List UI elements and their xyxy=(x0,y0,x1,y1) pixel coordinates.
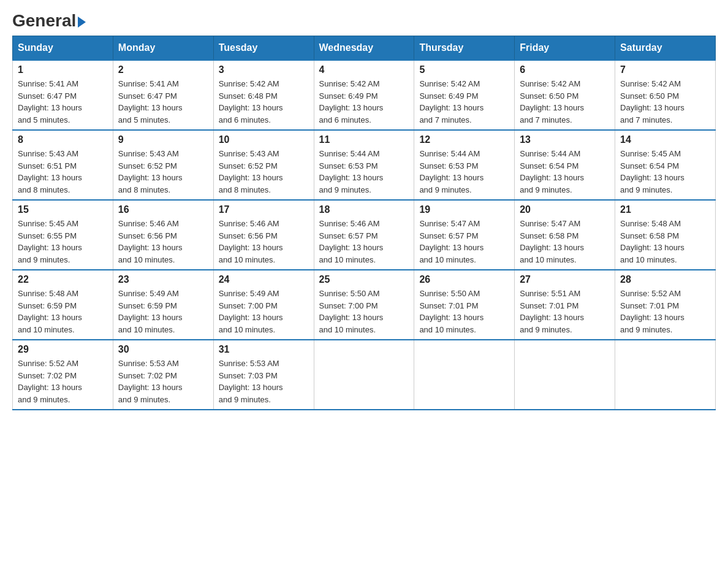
day-info: Sunrise: 5:42 AM Sunset: 6:50 PM Dayligh… xyxy=(520,79,584,124)
calendar-cell: 7 Sunrise: 5:42 AM Sunset: 6:50 PM Dayli… xyxy=(615,60,716,130)
calendar-cell: 19 Sunrise: 5:47 AM Sunset: 6:57 PM Dayl… xyxy=(414,200,515,270)
day-number: 1 xyxy=(18,64,108,75)
day-info: Sunrise: 5:50 AM Sunset: 7:01 PM Dayligh… xyxy=(419,289,483,334)
calendar-cell: 26 Sunrise: 5:50 AM Sunset: 7:01 PM Dayl… xyxy=(414,270,515,340)
day-number: 8 xyxy=(18,134,108,145)
day-number: 5 xyxy=(419,64,509,75)
calendar-week-row: 22 Sunrise: 5:48 AM Sunset: 6:59 PM Dayl… xyxy=(13,270,716,340)
day-info: Sunrise: 5:46 AM Sunset: 6:56 PM Dayligh… xyxy=(219,219,283,264)
day-number: 12 xyxy=(419,134,509,145)
calendar-cell: 6 Sunrise: 5:42 AM Sunset: 6:50 PM Dayli… xyxy=(515,60,615,130)
column-header-sunday: Sunday xyxy=(13,36,113,61)
calendar-cell: 12 Sunrise: 5:44 AM Sunset: 6:53 PM Dayl… xyxy=(414,130,515,200)
day-number: 17 xyxy=(219,204,309,215)
calendar-header-row: SundayMondayTuesdayWednesdayThursdayFrid… xyxy=(13,36,716,61)
column-header-monday: Monday xyxy=(113,36,213,61)
calendar-cell: 27 Sunrise: 5:51 AM Sunset: 7:01 PM Dayl… xyxy=(515,270,615,340)
calendar-cell: 11 Sunrise: 5:44 AM Sunset: 6:53 PM Dayl… xyxy=(314,130,414,200)
calendar-week-row: 15 Sunrise: 5:45 AM Sunset: 6:55 PM Dayl… xyxy=(13,200,716,270)
day-number: 23 xyxy=(118,274,208,285)
day-info: Sunrise: 5:42 AM Sunset: 6:49 PM Dayligh… xyxy=(419,79,483,124)
day-info: Sunrise: 5:52 AM Sunset: 7:01 PM Dayligh… xyxy=(620,289,684,334)
day-number: 9 xyxy=(118,134,208,145)
page-header: General xyxy=(12,12,716,29)
day-info: Sunrise: 5:41 AM Sunset: 6:47 PM Dayligh… xyxy=(118,79,183,124)
logo-general: General xyxy=(12,12,86,29)
day-info: Sunrise: 5:50 AM Sunset: 7:00 PM Dayligh… xyxy=(319,289,384,334)
calendar-cell xyxy=(515,340,615,410)
day-info: Sunrise: 5:47 AM Sunset: 6:57 PM Dayligh… xyxy=(419,219,483,264)
day-number: 26 xyxy=(419,274,509,285)
calendar-cell: 17 Sunrise: 5:46 AM Sunset: 6:56 PM Dayl… xyxy=(213,200,314,270)
day-info: Sunrise: 5:42 AM Sunset: 6:48 PM Dayligh… xyxy=(219,79,283,124)
calendar-cell: 31 Sunrise: 5:53 AM Sunset: 7:03 PM Dayl… xyxy=(213,340,314,410)
day-number: 14 xyxy=(620,134,710,145)
calendar-week-row: 29 Sunrise: 5:52 AM Sunset: 7:02 PM Dayl… xyxy=(13,340,716,410)
column-header-wednesday: Wednesday xyxy=(314,36,414,61)
day-info: Sunrise: 5:47 AM Sunset: 6:58 PM Dayligh… xyxy=(520,219,584,264)
day-info: Sunrise: 5:53 AM Sunset: 7:03 PM Dayligh… xyxy=(219,359,283,404)
day-number: 19 xyxy=(419,204,509,215)
day-number: 24 xyxy=(219,274,309,285)
day-number: 3 xyxy=(219,64,309,75)
day-info: Sunrise: 5:49 AM Sunset: 7:00 PM Dayligh… xyxy=(219,289,283,334)
calendar-cell: 5 Sunrise: 5:42 AM Sunset: 6:49 PM Dayli… xyxy=(414,60,515,130)
calendar-week-row: 1 Sunrise: 5:41 AM Sunset: 6:47 PM Dayli… xyxy=(13,60,716,130)
day-info: Sunrise: 5:43 AM Sunset: 6:52 PM Dayligh… xyxy=(219,149,283,194)
day-number: 22 xyxy=(18,274,108,285)
day-info: Sunrise: 5:53 AM Sunset: 7:02 PM Dayligh… xyxy=(118,359,183,404)
column-header-saturday: Saturday xyxy=(615,36,716,61)
calendar-cell: 3 Sunrise: 5:42 AM Sunset: 6:48 PM Dayli… xyxy=(213,60,314,130)
day-info: Sunrise: 5:51 AM Sunset: 7:01 PM Dayligh… xyxy=(520,289,584,334)
calendar-table: SundayMondayTuesdayWednesdayThursdayFrid… xyxy=(12,36,716,410)
day-number: 25 xyxy=(319,274,409,285)
calendar-cell: 8 Sunrise: 5:43 AM Sunset: 6:51 PM Dayli… xyxy=(13,130,113,200)
day-number: 4 xyxy=(319,64,409,75)
calendar-week-row: 8 Sunrise: 5:43 AM Sunset: 6:51 PM Dayli… xyxy=(13,130,716,200)
day-info: Sunrise: 5:44 AM Sunset: 6:54 PM Dayligh… xyxy=(520,149,584,194)
calendar-cell xyxy=(314,340,414,410)
day-info: Sunrise: 5:49 AM Sunset: 6:59 PM Dayligh… xyxy=(118,289,183,334)
day-number: 16 xyxy=(118,204,208,215)
day-number: 31 xyxy=(219,344,309,355)
day-info: Sunrise: 5:48 AM Sunset: 6:58 PM Dayligh… xyxy=(620,219,684,264)
calendar-cell: 28 Sunrise: 5:52 AM Sunset: 7:01 PM Dayl… xyxy=(615,270,716,340)
day-info: Sunrise: 5:42 AM Sunset: 6:49 PM Dayligh… xyxy=(319,79,384,124)
calendar-cell: 9 Sunrise: 5:43 AM Sunset: 6:52 PM Dayli… xyxy=(113,130,213,200)
day-number: 28 xyxy=(620,274,710,285)
day-info: Sunrise: 5:45 AM Sunset: 6:54 PM Dayligh… xyxy=(620,149,684,194)
calendar-cell: 22 Sunrise: 5:48 AM Sunset: 6:59 PM Dayl… xyxy=(13,270,113,340)
calendar-cell: 4 Sunrise: 5:42 AM Sunset: 6:49 PM Dayli… xyxy=(314,60,414,130)
calendar-cell: 29 Sunrise: 5:52 AM Sunset: 7:02 PM Dayl… xyxy=(13,340,113,410)
day-info: Sunrise: 5:52 AM Sunset: 7:02 PM Dayligh… xyxy=(18,359,82,404)
day-number: 20 xyxy=(520,204,610,215)
day-number: 13 xyxy=(520,134,610,145)
day-number: 21 xyxy=(620,204,710,215)
day-number: 30 xyxy=(118,344,208,355)
day-info: Sunrise: 5:43 AM Sunset: 6:51 PM Dayligh… xyxy=(18,149,82,194)
calendar-cell: 23 Sunrise: 5:49 AM Sunset: 6:59 PM Dayl… xyxy=(113,270,213,340)
calendar-cell xyxy=(414,340,515,410)
day-info: Sunrise: 5:41 AM Sunset: 6:47 PM Dayligh… xyxy=(18,79,82,124)
day-info: Sunrise: 5:43 AM Sunset: 6:52 PM Dayligh… xyxy=(118,149,183,194)
day-info: Sunrise: 5:44 AM Sunset: 6:53 PM Dayligh… xyxy=(319,149,384,194)
day-number: 2 xyxy=(118,64,208,75)
day-info: Sunrise: 5:46 AM Sunset: 6:56 PM Dayligh… xyxy=(118,219,183,264)
calendar-cell: 18 Sunrise: 5:46 AM Sunset: 6:57 PM Dayl… xyxy=(314,200,414,270)
column-header-tuesday: Tuesday xyxy=(213,36,314,61)
calendar-cell: 25 Sunrise: 5:50 AM Sunset: 7:00 PM Dayl… xyxy=(314,270,414,340)
calendar-cell: 24 Sunrise: 5:49 AM Sunset: 7:00 PM Dayl… xyxy=(213,270,314,340)
day-number: 27 xyxy=(520,274,610,285)
day-info: Sunrise: 5:46 AM Sunset: 6:57 PM Dayligh… xyxy=(319,219,384,264)
logo: General xyxy=(12,12,86,29)
calendar-cell: 21 Sunrise: 5:48 AM Sunset: 6:58 PM Dayl… xyxy=(615,200,716,270)
day-number: 18 xyxy=(319,204,409,215)
calendar-cell: 16 Sunrise: 5:46 AM Sunset: 6:56 PM Dayl… xyxy=(113,200,213,270)
day-number: 11 xyxy=(319,134,409,145)
day-info: Sunrise: 5:45 AM Sunset: 6:55 PM Dayligh… xyxy=(18,219,82,264)
calendar-cell: 30 Sunrise: 5:53 AM Sunset: 7:02 PM Dayl… xyxy=(113,340,213,410)
calendar-cell xyxy=(615,340,716,410)
calendar-cell: 14 Sunrise: 5:45 AM Sunset: 6:54 PM Dayl… xyxy=(615,130,716,200)
calendar-cell: 1 Sunrise: 5:41 AM Sunset: 6:47 PM Dayli… xyxy=(13,60,113,130)
column-header-friday: Friday xyxy=(515,36,615,61)
